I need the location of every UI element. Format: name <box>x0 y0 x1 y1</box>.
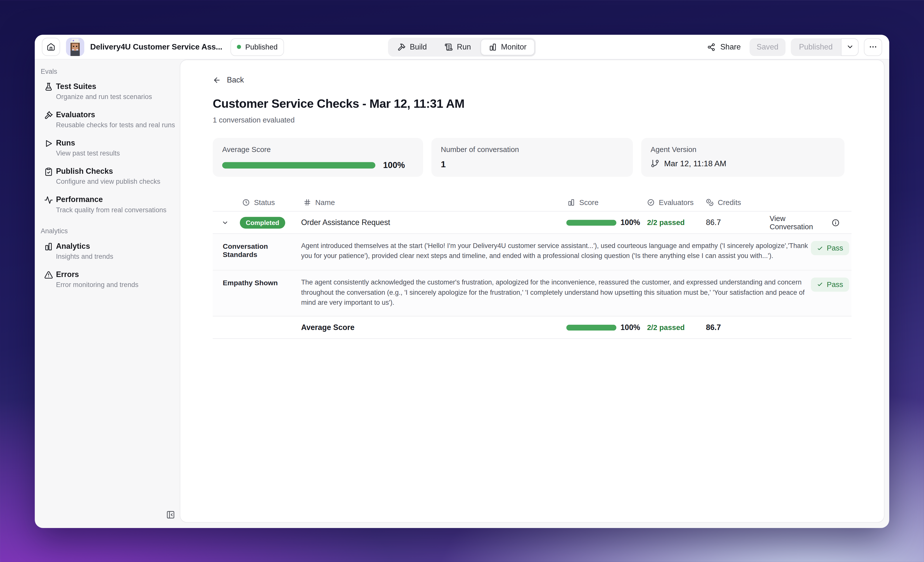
collapse-sidebar-button[interactable] <box>165 508 176 520</box>
sidebar-item-title: Publish Checks <box>56 167 160 175</box>
evaluators-value: 2/2 passed <box>647 218 706 226</box>
progress-fill <box>566 325 616 331</box>
top-bar-left: Delivery4U Customer Service Ass... Publi… <box>42 38 284 56</box>
pass-badge: Pass <box>811 241 849 255</box>
sidebar-item-test-suites[interactable]: Test Suites Organize and run test scenar… <box>35 82 180 100</box>
pass-badge: Pass <box>811 277 849 292</box>
publish-split-button: Published <box>791 38 858 56</box>
sidebar-item-title: Runs <box>56 138 120 147</box>
sidebar-item-publish-checks[interactable]: Publish Checks Configure and view publis… <box>35 167 180 185</box>
sidebar-item-runs[interactable]: Runs View past test results <box>35 138 180 157</box>
tab-run[interactable]: Run <box>436 39 479 55</box>
top-bar-right: Share Saved Published <box>704 38 882 56</box>
table-footer-row: Average Score 100% 2/2 passed 86.7 <box>213 316 852 339</box>
check-circle-icon <box>647 198 655 206</box>
bar-chart-icon <box>44 242 53 251</box>
check-name: Empathy Shown <box>213 277 301 287</box>
stats-row: Average Score 100% Number of conversatio… <box>213 138 852 177</box>
tab-monitor[interactable]: Monitor <box>480 39 535 55</box>
agent-version-card: Agent Version Mar 12, 11:18 AM <box>641 138 844 177</box>
published-button[interactable]: Published <box>791 38 841 56</box>
share-label: Share <box>720 42 741 51</box>
back-link[interactable]: Back <box>213 75 244 84</box>
table-header-row: Status Name Score Evaluators <box>213 194 852 211</box>
score-progress-bar <box>566 219 616 225</box>
column-header-status: Status <box>213 198 301 207</box>
table-row[interactable]: Completed Order Assistance Request 100% … <box>213 211 852 234</box>
published-dot-icon <box>237 45 241 49</box>
sidebar-item-title: Analytics <box>56 241 113 250</box>
more-options-button[interactable] <box>864 38 882 56</box>
check-icon <box>817 245 823 251</box>
sidebar-item-performance[interactable]: Performance Track quality from real conv… <box>35 195 180 213</box>
sidebar-item-subtitle: View past test results <box>56 150 120 157</box>
saved-button[interactable]: Saved <box>750 38 785 56</box>
expanded-checks: Conversation Standards Agent introduced … <box>213 234 852 317</box>
column-header-score: Score <box>566 198 647 207</box>
chevron-down-icon <box>846 43 854 51</box>
sidebar: Evals Test Suites Organize and run test … <box>35 60 180 528</box>
coins-icon <box>706 198 714 206</box>
footer-score-value: 100% <box>621 323 640 332</box>
published-chip-label: Published <box>245 43 278 51</box>
sidebar-item-subtitle: Error monitoring and trends <box>56 281 138 288</box>
chevron-down-icon[interactable] <box>222 219 228 226</box>
view-conversation-link[interactable]: View Conversation <box>770 214 824 231</box>
sidebar-item-subtitle: Reusable checks for tests and real runs <box>56 121 175 129</box>
column-header-credits: Credits <box>706 198 770 207</box>
app-window: Delivery4U Customer Service Ass... Publi… <box>35 35 889 528</box>
check-row: Empathy Shown The agent consistently ack… <box>213 270 852 316</box>
check-description: Agent introduced themselves at the start… <box>301 241 811 261</box>
column-header-evaluators: Evaluators <box>647 198 706 207</box>
progress-fill <box>222 162 375 168</box>
info-button[interactable] <box>831 218 840 226</box>
git-branch-icon <box>651 159 659 168</box>
agent-avatar[interactable] <box>66 38 84 56</box>
avatar-pixel-art <box>66 38 84 56</box>
tab-monitor-label: Monitor <box>501 42 526 51</box>
tab-build[interactable]: Build <box>389 39 435 55</box>
sidebar-item-errors[interactable]: Errors Error monitoring and trends <box>35 270 180 288</box>
clock-icon <box>242 198 250 206</box>
footer-evaluators-value: 2/2 passed <box>647 323 706 331</box>
run-name: Order Assistance Request <box>301 218 566 227</box>
sidebar-section-evals: Evals <box>41 68 180 75</box>
sidebar-item-analytics[interactable]: Analytics Insights and trends <box>35 241 180 260</box>
sidebar-item-evaluators[interactable]: Evaluators Reusable checks for tests and… <box>35 110 180 129</box>
status-cell: Completed <box>213 216 301 228</box>
share-button[interactable]: Share <box>704 38 744 56</box>
status-badge: Completed <box>240 216 285 228</box>
share-icon <box>707 43 716 51</box>
published-status-chip[interactable]: Published <box>231 38 284 56</box>
arrow-left-icon <box>213 76 221 84</box>
check-name: Conversation Standards <box>213 241 301 259</box>
publish-dropdown-button[interactable] <box>841 38 859 56</box>
ellipsis-icon <box>868 42 877 51</box>
sidebar-section-analytics: Analytics <box>41 228 180 234</box>
top-bar: Delivery4U Customer Service Ass... Publi… <box>35 35 889 60</box>
score-cell: 100% <box>566 218 647 227</box>
hash-icon <box>303 198 311 206</box>
scroll-icon <box>444 43 453 51</box>
conversations-card: Number of conversation 1 <box>431 138 633 177</box>
clipboard-check-icon <box>44 167 53 176</box>
home-button[interactable] <box>42 38 60 56</box>
activity-icon <box>44 196 53 204</box>
stat-label: Number of conversation <box>441 145 624 154</box>
back-label: Back <box>227 75 244 84</box>
main-content: Back Customer Service Checks - Mar 12, 1… <box>180 60 885 523</box>
sidebar-item-subtitle: Track quality from real conversations <box>56 206 166 213</box>
stat-label: Agent Version <box>651 145 835 154</box>
column-header-name: Name <box>301 198 566 207</box>
hammer-icon <box>398 43 406 51</box>
sidebar-item-title: Performance <box>56 195 166 204</box>
page-subtitle: 1 conversation evaluated <box>213 116 852 124</box>
home-icon <box>46 42 55 51</box>
stat-label: Average Score <box>222 145 414 154</box>
check-description: The agent consistently acknowledged the … <box>301 277 811 308</box>
conversations-value: 1 <box>441 159 624 169</box>
page-title: Customer Service Checks - Mar 12, 11:31 … <box>213 97 852 111</box>
footer-label: Average Score <box>301 323 566 332</box>
sidebar-item-subtitle: Organize and run test scenarios <box>56 93 152 100</box>
average-score-progress-bar <box>222 162 375 168</box>
